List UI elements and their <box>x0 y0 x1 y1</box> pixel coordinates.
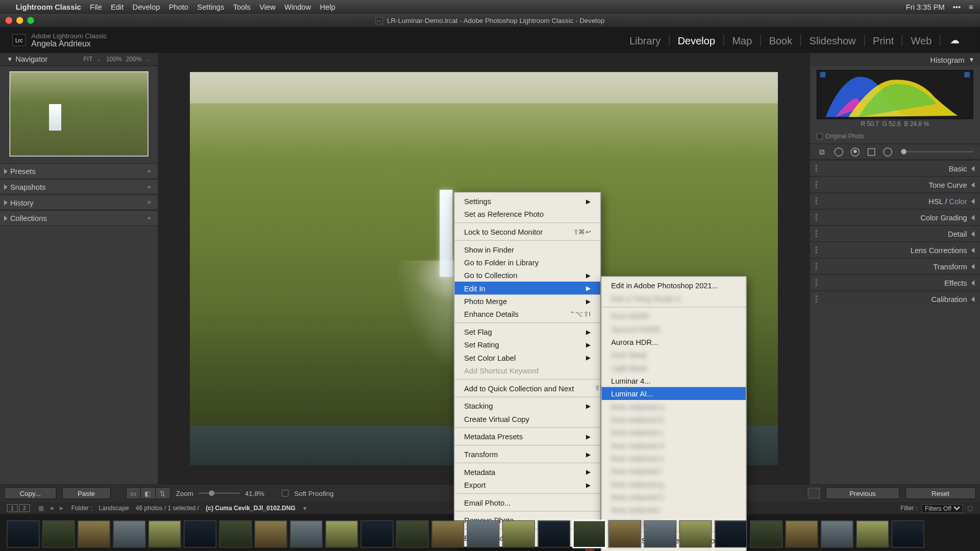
ctx-show-in-finder[interactable]: Show in Finder <box>455 243 600 256</box>
filmstrip-thumb[interactable] <box>502 520 535 547</box>
ctx-transform[interactable]: Transform▶ <box>455 447 600 460</box>
editin-first-hdrr[interactable]: First HDRR <box>602 310 746 322</box>
filmstrip-thumb[interactable] <box>361 520 394 547</box>
secondary-display-buttons[interactable]: 12 <box>7 504 31 512</box>
ctx-set-as-reference-photo[interactable]: Set as Reference Photo <box>455 208 600 220</box>
left-section-collections[interactable]: Collections+ <box>0 210 158 226</box>
filmstrip-thumb[interactable] <box>892 520 924 547</box>
app-menu[interactable]: Lightroom Classic <box>16 3 81 11</box>
ctx-go-to-collection[interactable]: Go to Collection▶ <box>455 269 600 282</box>
right-section-color-grading[interactable]: Color Grading <box>810 209 980 225</box>
window-close-button[interactable] <box>6 17 12 23</box>
filmstrip-thumb[interactable] <box>431 520 464 547</box>
menu-settings[interactable]: Settings <box>197 3 224 11</box>
editin-luminar-[interactable]: Luminar 4... <box>602 374 746 387</box>
navigator-header[interactable]: ▼ Navigator FIT⌄ 100% 200%⌄ <box>0 53 158 66</box>
spot-tool-icon[interactable] <box>833 146 844 157</box>
editin-edit-in-adobe-photoshop-[interactable]: Edit in Adobe Photoshop 2021... <box>602 279 746 292</box>
module-develop[interactable]: Develop <box>670 34 724 46</box>
menu-view[interactable]: View <box>259 3 276 11</box>
ctx-go-to-folder-in-library[interactable]: Go to Folder in Library <box>455 256 600 268</box>
ctx-stacking[interactable]: Stacking▶ <box>455 399 600 412</box>
right-section-effects[interactable]: Effects <box>810 274 980 290</box>
before-after-icon[interactable]: ◧ <box>140 487 155 499</box>
ctx-set-rating[interactable]: Set Rating▶ <box>455 338 600 351</box>
editin-dark-mask[interactable]: Dark Mask <box>602 348 746 361</box>
ctx-create-virtual-copy[interactable]: Create Virtual Copy <box>455 412 600 425</box>
editin-row-redacted-b[interactable]: Row redacted b <box>602 413 746 425</box>
edit-in-submenu[interactable]: Edit in Adobe Photoshop 2021...Edit a Th… <box>601 276 746 551</box>
filmstrip-thumb[interactable] <box>856 520 889 547</box>
reset-button[interactable]: Reset <box>905 487 976 499</box>
right-section-transform[interactable]: Transform <box>810 258 980 274</box>
module-slideshow[interactable]: Slideshow <box>801 34 865 46</box>
filmstrip[interactable]: ●●●●● <box>0 514 980 551</box>
navigator-preview[interactable] <box>0 66 158 163</box>
right-section-basic[interactable]: Basic <box>810 160 980 176</box>
ctx-enhance-details[interactable]: Enhance Details⌃⌥⇧I <box>455 308 600 320</box>
section-action-button[interactable]: + <box>147 183 151 191</box>
radial-tool-icon[interactable] <box>882 146 893 157</box>
section-action-button[interactable]: + <box>147 167 151 175</box>
right-section-detail[interactable]: Detail <box>810 225 980 241</box>
right-section-calibration[interactable]: Calibration <box>810 290 980 307</box>
filmstrip-thumb[interactable] <box>78 520 110 547</box>
filmstrip-thumb[interactable] <box>396 520 429 547</box>
context-menu[interactable]: Settings▶Set as Reference PhotoLock to S… <box>454 192 601 547</box>
editin-row-redacted-g[interactable]: Row redacted g <box>602 478 746 490</box>
zoom-slider[interactable] <box>199 492 239 494</box>
filmstrip-thumb[interactable]: ●●●●● <box>573 520 606 547</box>
filmstrip-thumb[interactable] <box>7 520 39 547</box>
develop-tool-strip[interactable]: ⧉ <box>810 143 980 160</box>
redeye-tool-icon[interactable] <box>849 146 860 157</box>
editin-second-hdrr[interactable]: Second HDRR <box>602 322 746 335</box>
menubar-list-icon[interactable]: ≡ <box>969 3 973 11</box>
right-section-tone-curve[interactable]: Tone Curve <box>810 176 980 192</box>
menu-window[interactable]: Window <box>284 3 311 11</box>
left-section-snapshots[interactable]: Snapshots+ <box>0 179 158 195</box>
nav-back-icon[interactable]: ◄ <box>48 505 55 511</box>
crop-tool-icon[interactable]: ⧉ <box>817 146 827 157</box>
editin-aurora-hdr-[interactable]: Aurora HDR... <box>602 335 746 348</box>
checkbox-icon[interactable] <box>817 133 823 139</box>
menubar-overflow-icon[interactable]: ••• <box>953 3 961 11</box>
menu-edit[interactable]: Edit <box>111 3 124 11</box>
histogram-header[interactable]: Histogram ▼ <box>810 53 980 66</box>
filmstrip-thumb[interactable] <box>467 520 500 547</box>
filmstrip-thumb[interactable] <box>644 520 676 547</box>
editin-row-redacted-h[interactable]: Row redacted h <box>602 490 746 503</box>
ctx-export[interactable]: Export▶ <box>455 478 600 491</box>
menu-help[interactable]: Help <box>320 3 335 11</box>
ctx-set-flag[interactable]: Set Flag▶ <box>455 325 600 338</box>
ctx-settings[interactable]: Settings▶ <box>455 194 600 207</box>
navigator-zoom-100[interactable]: 100% <box>106 56 122 62</box>
navigator-zoom-fit[interactable]: FIT <box>83 56 92 62</box>
toolbar-dropdown-icon[interactable] <box>808 488 820 498</box>
filmstrip-thumb[interactable] <box>290 520 323 547</box>
mask-slider[interactable] <box>901 151 973 153</box>
macos-menubar[interactable]: Lightroom Classic File Edit Develop Phot… <box>0 0 980 14</box>
left-section-history[interactable]: History× <box>0 194 158 210</box>
loupe-view-icon[interactable]: ▭ <box>126 487 140 499</box>
original-photo-toggle[interactable]: Original Photo <box>810 131 980 143</box>
module-library[interactable]: Library <box>621 34 669 46</box>
filmstrip-thumb[interactable] <box>42 520 75 547</box>
navigator-zoom-200[interactable]: 200% <box>126 56 142 62</box>
module-map[interactable]: Map <box>724 34 761 46</box>
ctx-edit-in[interactable]: Edit In▶ <box>455 282 600 294</box>
ctx-set-color-label[interactable]: Set Color Label▶ <box>455 351 600 364</box>
editin-edit-a-thing-studio-[interactable]: Edit a Thing Studio 5 <box>602 292 746 305</box>
module-print[interactable]: Print <box>865 34 902 46</box>
module-book[interactable]: Book <box>761 34 801 46</box>
ctx-lock-to-second-monitor[interactable]: Lock to Second Monitor⇧⌘↩ <box>455 225 600 238</box>
gradient-tool-icon[interactable] <box>866 146 876 157</box>
window-zoom-button[interactable] <box>27 17 34 23</box>
filmstrip-thumb[interactable] <box>325 520 358 547</box>
editin-row-redacted-c[interactable]: Row redacted c <box>602 426 746 439</box>
editin-light-mask[interactable]: Light Mask <box>602 361 746 374</box>
nav-forward-icon[interactable]: ► <box>59 505 65 511</box>
ctx-metadata-presets[interactable]: Metadata Presets▶ <box>455 430 600 443</box>
editin-row-redacted-f[interactable]: Row redacted f <box>602 465 746 478</box>
filmstrip-thumb[interactable] <box>537 520 570 547</box>
ctx-metadata[interactable]: Metadata▶ <box>455 465 600 478</box>
